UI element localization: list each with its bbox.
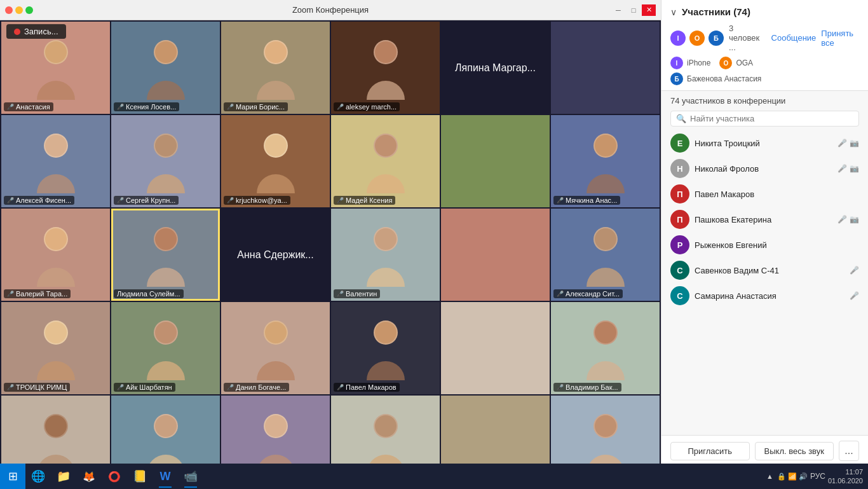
video-cell-20[interactable]: 🎤Айк Шарбатян <box>111 302 220 394</box>
video-cell-8[interactable]: 🎤Сергей Крупн... <box>111 115 220 207</box>
person-face-12 <box>593 134 618 158</box>
cell-name-2: Ксения Лосев... <box>126 103 176 111</box>
participant-item-3[interactable]: ППашкова Екатерина🎤📷 <box>665 207 864 232</box>
person-face-21 <box>264 320 288 345</box>
participant-avatar-2: П <box>670 184 689 203</box>
person-face-13 <box>44 227 68 251</box>
person-face-9 <box>264 134 288 158</box>
video-cell-19[interactable]: 🎤ТРОИЦК РИМЦ <box>1 302 110 394</box>
cell-name-4: aleksey march... <box>346 103 397 111</box>
search-box[interactable]: 🔍 <box>670 111 859 127</box>
taskbar-chrome[interactable]: ⭕ <box>102 464 127 489</box>
iphone-avatar: I <box>670 57 683 69</box>
video-cell-4[interactable]: 🎤aleksey march... <box>331 22 440 114</box>
admit-all-action[interactable]: Принять все <box>821 29 859 48</box>
search-input[interactable] <box>690 114 853 123</box>
name-tag-20: 🎤Айк Шарбатян <box>114 383 175 392</box>
person-body-13 <box>37 268 75 287</box>
video-cell-17[interactable] <box>441 209 550 301</box>
close-button[interactable]: ✕ <box>642 4 656 16</box>
person-body-10 <box>367 174 405 193</box>
clock-time: 11:07 <box>828 467 863 476</box>
video-cell-24[interactable]: 🎤Владимир Бак... <box>551 302 660 394</box>
video-cell-23[interactable] <box>441 302 550 394</box>
recording-badge: Запись... <box>6 24 66 39</box>
video-cell-15[interactable]: Анна Сдержик... <box>221 209 330 301</box>
video-cell-14[interactable]: Людмила Сулейм... <box>111 209 220 301</box>
participant-avatar-6: С <box>670 286 689 305</box>
panel-footer: Пригласить Выкл. весь звук ... <box>661 435 868 466</box>
video-cell-18[interactable]: 🎤Александр Сит... <box>551 209 660 301</box>
iphone-label: iPhone <box>687 59 710 67</box>
tray-arrow[interactable]: ▲ <box>766 472 773 480</box>
participant-item-2[interactable]: ППавел Макаров <box>665 181 864 207</box>
participant-item-4[interactable]: РРыженков Евгений <box>665 232 864 258</box>
participant-avatar-1: Н <box>670 159 689 178</box>
close-dot[interactable] <box>5 6 13 14</box>
title-bar-left <box>5 6 33 14</box>
more-button[interactable]: ... <box>839 441 859 461</box>
video-cell-2[interactable]: 🎤Ксения Лосев... <box>111 22 220 114</box>
window-controls <box>5 6 33 14</box>
participant-mic-icon-3: 🎤 <box>837 215 847 224</box>
person-body-7 <box>37 174 75 193</box>
video-cell-13[interactable]: 🎤Валерий Тара... <box>1 209 110 301</box>
person-body-24 <box>587 361 625 380</box>
participant-item-6[interactable]: ССамарина Анастасия🎤 <box>665 283 864 308</box>
taskbar-firefox[interactable]: 🦊 <box>76 464 102 489</box>
person-face-1 <box>44 40 68 64</box>
cell-name-7: Алексей Фисен... <box>16 196 71 204</box>
collapse-icon[interactable]: ∨ <box>670 7 677 17</box>
video-cell-11[interactable] <box>441 115 550 207</box>
taskbar-explorer[interactable]: 📁 <box>51 464 76 489</box>
video-cell-10[interactable]: 🎤Мадей Ксения <box>331 115 440 207</box>
mute-icon-18: 🎤 <box>557 291 564 297</box>
minimize-button[interactable]: ─ <box>611 4 625 16</box>
mute-icon-12: 🎤 <box>557 197 564 203</box>
video-cell-6[interactable] <box>551 22 660 114</box>
person-body-21 <box>257 361 295 380</box>
taskbar-zoom[interactable]: 📹 <box>178 464 203 489</box>
video-cell-22[interactable]: 🎤Павел Макаров <box>331 302 440 394</box>
video-cell-7[interactable]: 🎤Алексей Фисен... <box>1 115 110 207</box>
tray-icons: 🔒 📶 🔊 <box>777 472 808 481</box>
taskbar-notes[interactable]: 📒 <box>127 464 153 489</box>
waiting-avatar-oga: O <box>689 31 705 46</box>
oga-label: OGA <box>736 59 753 67</box>
video-cell-3[interactable]: 🎤Мария Борис... <box>221 22 330 114</box>
person-face-26 <box>154 414 178 438</box>
participant-item-1[interactable]: ННиколай Фролов🎤📷 <box>665 156 864 181</box>
maximize-dot[interactable] <box>25 6 33 14</box>
name-tag-1: 🎤Анастасия <box>4 102 53 111</box>
name-tag-3: 🎤Мария Борис... <box>224 102 288 111</box>
cell-name-18: Александр Сит... <box>566 290 620 298</box>
name-tag-19: 🎤ТРОИЦК РИМЦ <box>4 383 70 392</box>
taskbar-word[interactable]: W <box>153 464 178 489</box>
video-cell-21[interactable]: 🎤Данил Богаче... <box>221 302 330 394</box>
cell-name-24: Владимир Бак... <box>566 383 618 391</box>
mute-icon-4: 🎤 <box>337 104 344 110</box>
participant-mic-icon-0: 🎤 <box>837 139 847 148</box>
taskbar-ie[interactable]: 🌐 <box>25 464 51 489</box>
video-cell-16[interactable]: 🎤Валентин <box>331 209 440 301</box>
taskbar-right: ▲ 🔒 📶 🔊 РУС 11:07 01.06.2020 <box>761 467 868 486</box>
start-button[interactable]: ⊞ <box>0 464 25 489</box>
person-face-4 <box>374 40 398 64</box>
person-body-16 <box>367 268 405 287</box>
participants-list: ЕНикита Троицкий🎤📷ННиколай Фролов🎤📷ППаве… <box>661 130 868 435</box>
video-cell-9[interactable]: 🎤krjuchkow@ya... <box>221 115 330 207</box>
participant-item-0[interactable]: ЕНикита Троицкий🎤📷 <box>665 130 864 156</box>
video-grid: 🎤Анастасия🎤Ксения Лосев...🎤Мария Борис..… <box>0 20 661 489</box>
participant-item-5[interactable]: ССавенков Вадим С-41🎤 <box>665 258 864 283</box>
invite-button[interactable]: Пригласить <box>670 442 750 460</box>
cell-name-22: Павел Макаров <box>346 383 397 391</box>
minimize-dot[interactable] <box>15 6 23 14</box>
message-action[interactable]: Сообщение <box>771 33 817 43</box>
mute-all-button[interactable]: Выкл. весь звук <box>755 442 834 460</box>
video-cell-5[interactable]: Ляпина Маргар... <box>441 22 550 114</box>
participants-panel: ∨ Участники (74) I O Б 3 человек ... Соо… <box>661 0 868 489</box>
person-face-16 <box>374 227 398 251</box>
restore-button[interactable]: □ <box>627 4 641 16</box>
video-cell-12[interactable]: 🎤Мячкина Анас... <box>551 115 660 207</box>
cell-name-3: Мария Борис... <box>236 103 285 111</box>
